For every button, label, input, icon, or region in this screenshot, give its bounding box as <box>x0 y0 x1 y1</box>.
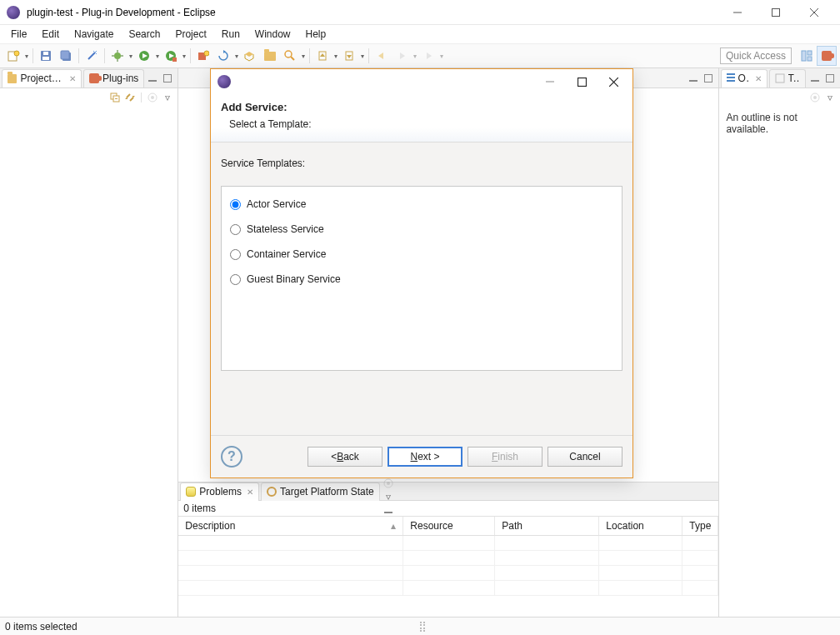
template-radio[interactable] <box>230 224 241 235</box>
tab-target-platform[interactable]: Target Platform State <box>261 482 380 501</box>
svg-rect-21 <box>172 58 177 62</box>
table-row[interactable] <box>178 581 718 596</box>
dialog-minimize-button[interactable] <box>538 69 562 94</box>
svg-marker-28 <box>320 53 325 57</box>
close-icon[interactable]: ✕ <box>755 74 762 83</box>
template-radio[interactable] <box>230 274 241 285</box>
focus-task-icon[interactable] <box>808 91 822 104</box>
dialog-close-button[interactable] <box>601 69 626 94</box>
template-radio[interactable] <box>230 249 241 260</box>
collapse-all-icon[interactable] <box>108 91 122 104</box>
col-description[interactable]: Description▴ <box>178 517 403 535</box>
finish-button[interactable]: Finish <box>468 447 542 467</box>
dialog-maximize-button[interactable] <box>569 69 594 94</box>
dropdown-arrow-icon[interactable]: ▾ <box>23 52 30 60</box>
minimize-view-icon[interactable] <box>808 72 822 85</box>
new-icon[interactable] <box>4 47 22 65</box>
cancel-button[interactable]: Cancel <box>548 447 622 467</box>
next-button[interactable]: Next > <box>388 447 462 467</box>
dropdown-arrow-icon[interactable]: ▾ <box>233 52 240 60</box>
link-editor-icon[interactable] <box>123 91 137 104</box>
tab-outline[interactable]: O... ✕ <box>721 69 768 88</box>
minimize-view-icon[interactable] <box>146 72 159 85</box>
template-radio[interactable] <box>230 199 241 210</box>
new-plugin-icon[interactable] <box>194 47 212 65</box>
menu-run[interactable]: Run <box>214 27 248 42</box>
forward-icon[interactable] <box>419 47 438 65</box>
dropdown-arrow-icon[interactable]: ▾ <box>128 52 134 60</box>
debug-icon[interactable] <box>108 47 127 65</box>
col-type[interactable]: Type <box>682 517 718 535</box>
col-location[interactable]: Location <box>599 517 682 535</box>
svg-marker-33 <box>427 52 432 59</box>
table-row[interactable] <box>178 536 718 551</box>
maximize-view-icon[interactable] <box>161 72 174 85</box>
status-text: 0 items selected <box>5 621 78 632</box>
tab-project-explorer[interactable]: Project Ex... ✕ <box>2 69 82 88</box>
tab-plugins[interactable]: Plug-ins <box>83 69 144 88</box>
menu-navigate[interactable]: Navigate <box>67 27 121 42</box>
view-menu-icon[interactable]: ▿ <box>161 91 174 104</box>
open-type-icon[interactable] <box>241 47 259 65</box>
refresh-icon[interactable] <box>214 47 232 65</box>
close-icon[interactable]: ✕ <box>247 488 253 497</box>
col-resource[interactable]: Resource <box>403 517 495 535</box>
tab-label: Target Platform State <box>280 486 374 498</box>
problems-count: 0 items <box>178 501 718 516</box>
svg-rect-38 <box>164 74 172 82</box>
menu-help[interactable]: Help <box>298 27 334 42</box>
focus-task-icon[interactable] <box>146 91 159 104</box>
tab-tasklist[interactable]: T... <box>769 69 806 88</box>
menu-search[interactable]: Search <box>121 27 168 42</box>
wand-icon[interactable] <box>82 47 101 65</box>
dropdown-arrow-icon[interactable]: ▾ <box>181 52 188 60</box>
run-last-icon[interactable] <box>162 47 180 65</box>
back-icon[interactable] <box>372 47 391 65</box>
project-explorer-tree[interactable] <box>0 107 178 617</box>
tab-label: T... <box>788 72 801 84</box>
quick-access-field[interactable]: Quick Access <box>720 48 792 64</box>
template-option[interactable]: Guest Binary Service <box>230 273 613 285</box>
annotation-prev-icon[interactable] <box>313 47 332 65</box>
template-option[interactable]: Stateless Service <box>230 223 613 235</box>
help-button[interactable]: ? <box>221 446 242 468</box>
tab-problems[interactable]: Problems ✕ <box>180 482 259 501</box>
annotation-next-icon[interactable] <box>340 47 358 65</box>
dropdown-arrow-icon[interactable]: ▾ <box>332 52 339 60</box>
dropdown-arrow-icon[interactable]: ▾ <box>412 52 418 60</box>
open-folder-icon[interactable] <box>261 47 279 65</box>
table-row[interactable] <box>178 566 718 581</box>
template-option[interactable]: Actor Service <box>230 198 613 210</box>
close-icon[interactable]: ✕ <box>69 74 76 83</box>
template-option[interactable]: Container Service <box>230 248 613 260</box>
problems-table[interactable]: Description▴ Resource Path Location Type <box>178 516 718 596</box>
forward-icon[interactable] <box>392 47 411 65</box>
pde-perspective-button[interactable] <box>817 46 837 66</box>
view-menu-icon[interactable]: ▿ <box>823 91 837 104</box>
maximize-view-icon[interactable] <box>702 72 715 85</box>
menu-window[interactable]: Window <box>248 27 298 42</box>
maximize-view-icon[interactable] <box>823 72 837 85</box>
dropdown-arrow-icon[interactable]: ▾ <box>438 52 445 60</box>
run-icon[interactable] <box>135 47 153 65</box>
col-path[interactable]: Path <box>495 517 599 535</box>
back-button[interactable]: < Back <box>308 447 382 467</box>
svg-point-5 <box>14 51 19 56</box>
service-templates-label: Service Templates: <box>221 158 622 169</box>
dropdown-arrow-icon[interactable]: ▾ <box>300 52 307 60</box>
open-perspective-button[interactable] <box>797 46 817 66</box>
dialog-titlebar[interactable] <box>211 69 632 94</box>
save-all-icon[interactable] <box>57 47 75 65</box>
dropdown-arrow-icon[interactable]: ▾ <box>359 52 366 60</box>
menu-file[interactable]: File <box>3 27 34 42</box>
menu-project[interactable]: Project <box>168 27 213 42</box>
menu-edit[interactable]: Edit <box>34 27 67 42</box>
close-button[interactable] <box>795 0 833 25</box>
dropdown-arrow-icon[interactable]: ▾ <box>154 52 161 60</box>
maximize-button[interactable] <box>757 0 795 25</box>
minimize-view-icon[interactable] <box>687 72 700 85</box>
table-row[interactable] <box>178 551 718 566</box>
save-icon[interactable] <box>37 47 55 65</box>
search-icon[interactable] <box>281 47 299 65</box>
minimize-button[interactable] <box>718 0 757 25</box>
